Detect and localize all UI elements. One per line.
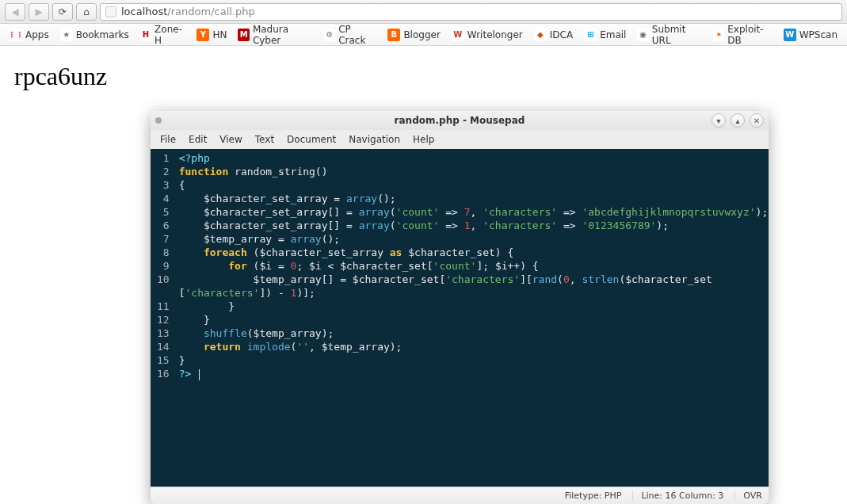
bookmark-madura-cyber[interactable]: MMadura Cyber — [233, 22, 317, 48]
maximize-button[interactable]: ▴ — [731, 113, 745, 128]
close-button[interactable]: ✕ — [750, 113, 764, 128]
menu-help[interactable]: Help — [406, 132, 441, 147]
blogger-icon: B — [387, 29, 400, 41]
madura-cyber-icon: M — [238, 29, 249, 41]
line-gutter: 12345678910111213141516 — [151, 149, 174, 487]
code-line: $character_set_array[] = array('count' =… — [179, 219, 769, 232]
bookmark-label: CP Crack — [338, 24, 376, 46]
window-menu-icon[interactable] — [155, 117, 162, 124]
menu-navigation[interactable]: Navigation — [342, 132, 406, 147]
window-title: random.php - Mousepad — [151, 115, 769, 126]
bookmark-label: Writelonger — [467, 29, 523, 40]
code-line: ?> — [179, 367, 769, 380]
bookmark-label: Zone-H — [155, 24, 185, 46]
code-line: $character_set_array = array(); — [179, 192, 769, 205]
bookmark-apps[interactable]: ⋮⋮Apps — [5, 27, 54, 43]
menu-edit[interactable]: Edit — [182, 132, 213, 147]
url-path: /random/call.php — [167, 6, 254, 17]
code-line: foreach ($character_set_array as $charac… — [179, 246, 769, 259]
page-output: rpca6unz — [14, 62, 833, 91]
wpscan-icon: W — [784, 29, 796, 41]
bookmark-label: Madura Cyber — [253, 24, 313, 46]
bookmark-label: Blogger — [403, 29, 440, 40]
code-line: { — [179, 178, 769, 192]
menu-file[interactable]: File — [154, 132, 182, 147]
bookmark-blogger[interactable]: BBlogger — [383, 27, 444, 43]
code-line: } — [179, 300, 769, 313]
idca-icon: ◆ — [534, 29, 547, 41]
home-button[interactable]: ⌂ — [76, 3, 97, 21]
url-host: localhost — [121, 6, 167, 17]
bookmark-label: Exploit-DB — [727, 24, 772, 46]
bookmark-email[interactable]: ⊞Email — [579, 27, 631, 43]
code-line: return implode('', $temp_array); — [179, 340, 769, 353]
bookmarks-icon: ★ — [60, 29, 73, 41]
email-icon: ⊞ — [584, 29, 597, 41]
bookmark-exploit-db[interactable]: ✶Exploit-DB — [708, 22, 777, 48]
bookmark-hn[interactable]: YHN — [192, 27, 231, 43]
menu-text[interactable]: Text — [249, 132, 280, 147]
bookmark-label: Submit URL — [652, 24, 702, 46]
status-filetype: Filetype: PHP — [565, 491, 622, 501]
back-button[interactable]: ◀ — [5, 3, 25, 21]
bookmark-bookmarks[interactable]: ★Bookmarks — [55, 27, 134, 43]
bookmark-cp-crack[interactable]: ⚙CP Crack — [319, 22, 382, 48]
bookmark-wpscan[interactable]: WWPScan — [779, 27, 842, 43]
status-position: Line: 16 Column: 3 — [632, 491, 723, 501]
code-line: $temp_array[] = $character_set['characte… — [179, 273, 769, 286]
address-bar[interactable]: localhost/random/call.php — [100, 3, 842, 21]
page-icon — [105, 6, 116, 17]
code-line: } — [179, 353, 769, 367]
submit-url-icon: ◉ — [637, 29, 648, 41]
code-line: ['characters']) - 1)]; — [179, 286, 769, 300]
window-titlebar[interactable]: random.php - Mousepad ▾ ▴ ✕ — [151, 111, 769, 130]
statusbar: Filetype: PHP Line: 16 Column: 3 OVR — [151, 487, 769, 504]
code-line: for ($i = 0; $i < $character_set['count'… — [179, 259, 769, 273]
exploit-db-icon: ✶ — [713, 29, 724, 41]
code-line: shuffle($temp_array); — [179, 326, 769, 340]
forward-button[interactable]: ▶ — [29, 3, 49, 21]
minimize-button[interactable]: ▾ — [712, 113, 726, 128]
zone-h-icon: H — [140, 29, 151, 41]
code-text[interactable]: <?phpfunction random_string(){ $characte… — [174, 149, 769, 487]
menu-document[interactable]: Document — [280, 132, 342, 147]
code-line: $character_set_array[] = array('count' =… — [179, 205, 769, 219]
code-line: <?php — [179, 151, 769, 165]
status-mode: OVR — [734, 491, 762, 501]
bookmark-label: Apps — [25, 29, 49, 40]
bookmark-label: HN — [212, 29, 227, 40]
code-line: } — [179, 313, 769, 326]
hn-icon: Y — [196, 29, 209, 41]
writelonger-icon: W — [452, 29, 464, 41]
bookmark-label: IDCA — [550, 29, 573, 40]
bookmark-label: Bookmarks — [76, 29, 129, 40]
bookmark-writelonger[interactable]: WWritelonger — [447, 27, 528, 43]
menu-view[interactable]: View — [213, 132, 248, 147]
bookmark-label: WPScan — [799, 29, 837, 40]
bookmark-zone-h[interactable]: HZone-H — [135, 22, 191, 48]
page-content: rpca6unz — [0, 46, 847, 107]
bookmark-submit-url[interactable]: ◉Submit URL — [632, 22, 706, 48]
code-line: function random_string() — [179, 165, 769, 178]
bookmarks-bar: ⋮⋮Apps★BookmarksHZone-HYHNMMadura Cyber⚙… — [0, 24, 847, 46]
bookmark-idca[interactable]: ◆IDCA — [529, 27, 578, 43]
code-line: $temp_array = array(); — [179, 232, 769, 246]
code-area[interactable]: 12345678910111213141516 <?phpfunction ra… — [151, 149, 769, 487]
cp-crack-icon: ⚙ — [324, 29, 335, 41]
menubar: FileEditViewTextDocumentNavigationHelp — [151, 130, 769, 149]
reload-button[interactable]: ⟳ — [52, 3, 73, 21]
browser-toolbar: ◀ ▶ ⟳ ⌂ localhost/random/call.php — [0, 0, 847, 24]
bookmark-label: Email — [600, 29, 626, 40]
apps-icon: ⋮⋮ — [10, 29, 22, 41]
mousepad-window: random.php - Mousepad ▾ ▴ ✕ FileEditView… — [151, 111, 769, 504]
